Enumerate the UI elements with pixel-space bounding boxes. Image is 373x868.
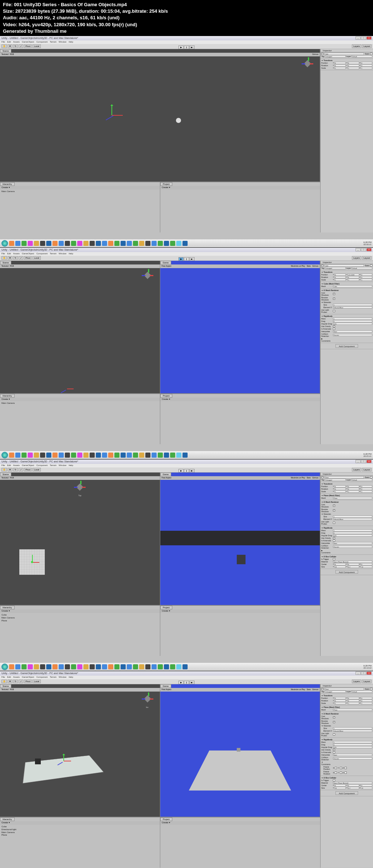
- scene-tab[interactable]: Scene: [0, 49, 11, 53]
- frame-1: Unity - Untitled - GameObjectsInUnity3D …: [0, 36, 373, 248]
- object-name-field[interactable]: Cube: [324, 53, 364, 55]
- start-button[interactable]: [1, 240, 8, 247]
- taskbar-icon[interactable]: [170, 241, 175, 246]
- taskbar-icon[interactable]: [182, 241, 188, 246]
- hierarchy-item[interactable]: Main Camera: [1, 190, 15, 193]
- taskbar-icon[interactable]: [9, 241, 14, 246]
- taskbar-icon[interactable]: [90, 241, 95, 246]
- maximize-button[interactable]: □: [361, 36, 366, 40]
- taskbar-icon[interactable]: [164, 241, 169, 246]
- menu-terrain[interactable]: Terrain: [50, 41, 56, 44]
- menu-window[interactable]: Window: [59, 41, 66, 44]
- cube-object[interactable]: [35, 758, 41, 764]
- taskbar-icon[interactable]: [15, 241, 20, 246]
- orientation-gizmo[interactable]: [302, 58, 313, 69]
- pause-button[interactable]: ||: [184, 45, 189, 49]
- menu-component[interactable]: Component: [36, 41, 48, 44]
- taskbar-icon[interactable]: [77, 241, 82, 246]
- cube-render: [237, 748, 240, 752]
- taskbar-icon[interactable]: [121, 241, 126, 246]
- taskbar-icon[interactable]: [46, 241, 51, 246]
- taskbar-icon[interactable]: [176, 241, 181, 246]
- thumbnail-header: File: 001 Unity3D Series - Basics Of Gam…: [0, 0, 373, 36]
- scene-view[interactable]: Scene TexturedRGB: [0, 261, 160, 393]
- taskbar-icon[interactable]: [139, 241, 144, 246]
- minimize-button[interactable]: _: [356, 36, 361, 40]
- scene-view[interactable]: Scene TexturedRGBGizmos: [0, 49, 320, 182]
- add-component-button[interactable]: Add Component: [335, 344, 358, 348]
- taskbar-icon[interactable]: [21, 241, 27, 246]
- project-tab[interactable]: Project: [160, 182, 172, 186]
- frame-4: Unity - Untitled - GameObjectsInUnity3D …: [0, 671, 373, 868]
- game-view[interactable]: Game Free AspectMaximize on PlayStatsGiz…: [160, 261, 321, 393]
- cube-render: [237, 555, 246, 564]
- taskbar-icon[interactable]: [28, 241, 33, 246]
- taskbar-icon[interactable]: [65, 241, 70, 246]
- taskbar-icon[interactable]: [114, 241, 119, 246]
- taskbar-icon[interactable]: [40, 241, 45, 246]
- project-panel[interactable]: Project Create ▾: [160, 182, 320, 232]
- menu-file[interactable]: File: [1, 41, 5, 44]
- taskbar-icon[interactable]: [83, 241, 89, 246]
- taskbar-icon[interactable]: [102, 241, 107, 246]
- menu-help[interactable]: Help: [68, 41, 73, 44]
- hand-tool[interactable]: ✋: [1, 44, 7, 48]
- pivot-toggle[interactable]: Pivot: [24, 44, 32, 48]
- plane-render: [160, 531, 320, 545]
- step-button[interactable]: ▶|: [189, 45, 195, 49]
- scale-tool[interactable]: ⤢: [19, 44, 23, 48]
- hierarchy-tab[interactable]: Hierarchy: [0, 182, 15, 186]
- system-tray[interactable]: 6:28 PM00:00:01: [364, 241, 372, 246]
- taskbar-icon[interactable]: [52, 241, 58, 246]
- window-titlebar: Unity - Untitled - GameObjectsInUnity3D …: [0, 36, 373, 40]
- enabled-checkbox[interactable]: [321, 53, 323, 55]
- camera-icon[interactable]: [176, 118, 181, 123]
- taskbar-icon[interactable]: [127, 241, 132, 246]
- layout-dropdown[interactable]: Layout: [362, 44, 372, 48]
- play-button[interactable]: ▶: [178, 45, 184, 49]
- taskbar-icon[interactable]: [158, 241, 163, 246]
- plane-object[interactable]: [19, 549, 45, 575]
- taskbar-icon[interactable]: [96, 241, 101, 246]
- inspector-panel: Inspector CubeStatic TagUntaggedLayerDef…: [320, 49, 373, 232]
- frame-3: Unity - Untitled - GameObjectsInUnity3D …: [0, 459, 373, 671]
- layers-dropdown[interactable]: Layers: [352, 44, 361, 48]
- taskbar-icon[interactable]: [108, 241, 113, 246]
- windows-taskbar: 6:28 PM00:00:01: [0, 239, 373, 247]
- rotate-tool[interactable]: ↻: [13, 44, 18, 48]
- taskbar-icon[interactable]: [34, 241, 39, 246]
- plane-render: [189, 750, 291, 791]
- menu-assets[interactable]: Assets: [13, 41, 20, 44]
- close-button[interactable]: ×: [366, 36, 372, 40]
- taskbar-icon[interactable]: [145, 241, 150, 246]
- taskbar-icon[interactable]: [133, 241, 138, 246]
- hierarchy-panel[interactable]: Hierarchy Create ▾ Main Camera: [0, 182, 160, 232]
- menu-gameobject[interactable]: GameObject: [22, 41, 34, 44]
- inspector-tab[interactable]: Inspector: [321, 49, 373, 52]
- taskbar-icon[interactable]: [71, 241, 76, 246]
- menu-bar: File Edit Assets GameObject Component Te…: [0, 40, 373, 44]
- local-toggle[interactable]: Local: [32, 44, 40, 48]
- menu-edit[interactable]: Edit: [7, 41, 11, 44]
- taskbar-icon[interactable]: [59, 241, 64, 246]
- move-tool[interactable]: ✥: [8, 44, 12, 48]
- frame-2: Unity - Untitled - GameObjectsInUnity3D …: [0, 248, 373, 459]
- taskbar-icon[interactable]: [152, 241, 157, 246]
